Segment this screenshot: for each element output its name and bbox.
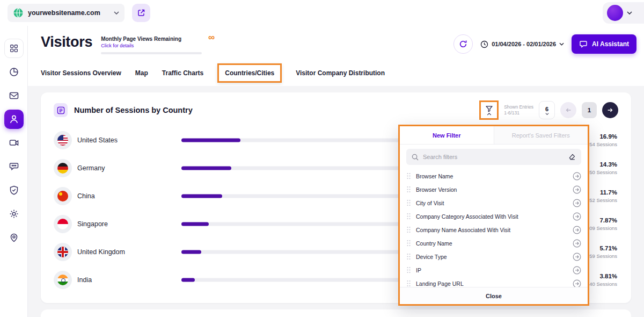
open-website-button[interactable] — [132, 4, 150, 22]
filter-option-company-name[interactable]: Company Name Associated With Visit — [400, 223, 588, 236]
filter-options-list: Browser Name Browser Version City of Vis… — [400, 169, 588, 287]
tab-countries-cities[interactable]: Countries/Cities — [217, 63, 282, 83]
tab-saved-filters[interactable]: Report's Saved Filters — [494, 126, 588, 144]
drag-handle-icon — [406, 172, 411, 179]
country-name: China — [77, 192, 95, 200]
arrow-right-circle-icon[interactable] — [573, 253, 581, 261]
country-name: Germany — [77, 164, 105, 172]
filter-option-city-of-visit[interactable]: City of Visit — [400, 196, 588, 210]
chevron-up-icon — [487, 113, 492, 116]
filter-option-ip[interactable]: IP — [400, 263, 588, 277]
filter-option-device-type[interactable]: Device Type — [400, 250, 588, 263]
shown-entries: Shown Entries 1-6/131 — [504, 104, 533, 117]
filter-option-label: Landing Page URL — [416, 280, 568, 287]
filter-option-label: Browser Name — [416, 173, 568, 179]
website-globe-icon — [13, 8, 24, 18]
drag-handle-icon — [406, 186, 411, 193]
sessions-value: 40 Sessions — [589, 280, 617, 287]
quota-details-link[interactable]: Click for details — [101, 43, 202, 48]
country-values: 11.7% 52 Sessions — [589, 189, 617, 204]
sessions-value: 54 Sessions — [589, 141, 617, 148]
tab-visitor-company-distribution[interactable]: Visitor Company Distribution — [296, 69, 385, 77]
session-bar — [181, 167, 231, 170]
tab-new-filter[interactable]: New Filter — [400, 126, 494, 144]
sidebar-item-campaigns[interactable] — [4, 86, 24, 105]
previous-page-button[interactable] — [560, 102, 576, 118]
session-bar — [181, 250, 201, 254]
drag-handle-icon — [406, 280, 411, 287]
session-bar — [181, 194, 222, 198]
sessions-value: 59 Sessions — [589, 253, 617, 260]
arrow-left-icon — [565, 106, 572, 114]
percent-value: 3.81% — [589, 272, 617, 281]
clock-icon — [480, 40, 488, 48]
visitors-tab-bar: Visitor Sessions Overview Map Traffic Ch… — [41, 60, 385, 86]
sidebar-item-support[interactable] — [4, 228, 24, 247]
filter-option-landing-page-url[interactable]: Landing Page URL — [400, 277, 588, 287]
filter-option-country-name[interactable]: Country Name — [400, 236, 588, 250]
ai-assistant-button[interactable]: AI Assistant — [572, 34, 636, 54]
next-page-button[interactable] — [602, 102, 618, 118]
sidebar-item-recordings[interactable] — [4, 133, 24, 153]
sidebar-item-feedback[interactable] — [4, 157, 24, 176]
filter-option-label: Company Category Associated With Visit — [416, 213, 568, 220]
close-button[interactable]: Close — [400, 287, 588, 304]
filter-panel-tabs: New Filter Report's Saved Filters — [400, 126, 588, 145]
sidebar-item-visitors[interactable] — [4, 110, 24, 129]
date-range-picker[interactable]: 01/04/2026 - 02/01/2026 — [478, 40, 566, 48]
refresh-button[interactable] — [453, 34, 473, 54]
sidebar-item-dashboard[interactable] — [4, 39, 24, 58]
flag-united-kingdom-icon — [54, 243, 72, 261]
flag-germany-icon — [54, 159, 72, 177]
arrow-right-circle-icon[interactable] — [573, 185, 581, 194]
country-values: 16.9% 54 Sessions — [589, 133, 617, 148]
country-values: 5.71% 59 Sessions — [589, 244, 617, 260]
card-title: Number of Sessions by Country — [74, 106, 193, 114]
ai-chat-icon — [579, 40, 588, 48]
page-size-select[interactable]: 6 — [539, 101, 555, 119]
country-name: United Kingdom — [77, 248, 125, 256]
arrow-right-circle-icon[interactable] — [573, 266, 581, 275]
filter-option-label: City of Visit — [416, 200, 568, 206]
next-report-card — [41, 309, 631, 317]
eraser-icon[interactable] — [568, 153, 576, 161]
arrow-right-circle-icon[interactable] — [573, 279, 581, 287]
website-name: yourwebsitename.com — [28, 9, 109, 17]
current-page-indicator[interactable]: 1 — [582, 102, 597, 118]
page-views-quota[interactable]: Monthly Page Views Remaining Click for d… — [101, 34, 202, 54]
flag-united-states-icon — [54, 131, 72, 149]
filter-option-company-category[interactable]: Company Category Associated With Visit — [400, 210, 588, 223]
page-title: Visitors — [41, 34, 92, 51]
arrow-right-circle-icon[interactable] — [573, 199, 581, 207]
country-values: 3.81% 40 Sessions — [589, 272, 617, 287]
tab-map[interactable]: Map — [135, 69, 148, 77]
account-menu[interactable] — [603, 2, 644, 24]
tab-visitor-sessions-overview[interactable]: Visitor Sessions Overview — [41, 69, 121, 77]
filter-option-browser-name[interactable]: Browser Name — [400, 169, 588, 183]
filter-panel: New Filter Report's Saved Filters Browse… — [398, 125, 589, 306]
chevron-down-icon — [114, 11, 119, 15]
filter-option-label: Device Type — [416, 254, 568, 260]
arrow-right-circle-icon[interactable] — [573, 239, 581, 248]
sessions-value: 50 Sessions — [589, 169, 617, 176]
visitors-icon — [9, 114, 19, 125]
funnel-icon — [485, 105, 493, 112]
tab-traffic-charts[interactable]: Traffic Charts — [162, 69, 203, 77]
arrow-right-circle-icon[interactable] — [573, 212, 581, 221]
sidebar-item-settings[interactable] — [4, 204, 24, 224]
session-bar — [181, 139, 240, 142]
filter-search-input[interactable] — [423, 154, 564, 160]
filter-option-browser-version[interactable]: Browser Version — [400, 183, 588, 196]
percent-value: 5.71% — [589, 244, 617, 253]
refresh-icon — [459, 40, 467, 48]
session-bar — [181, 278, 195, 282]
arrow-right-circle-icon[interactable] — [573, 226, 581, 234]
arrow-right-circle-icon[interactable] — [573, 172, 581, 181]
arrow-right-icon — [606, 106, 614, 114]
website-selector[interactable]: yourwebsitename.com — [8, 4, 125, 22]
country-values: 7.87% 09 Sessions — [589, 217, 617, 232]
sidebar-item-privacy[interactable] — [4, 181, 24, 200]
chevron-down-icon — [627, 11, 632, 15]
filter-button[interactable] — [479, 100, 499, 120]
sidebar-item-statistics[interactable] — [4, 62, 24, 82]
